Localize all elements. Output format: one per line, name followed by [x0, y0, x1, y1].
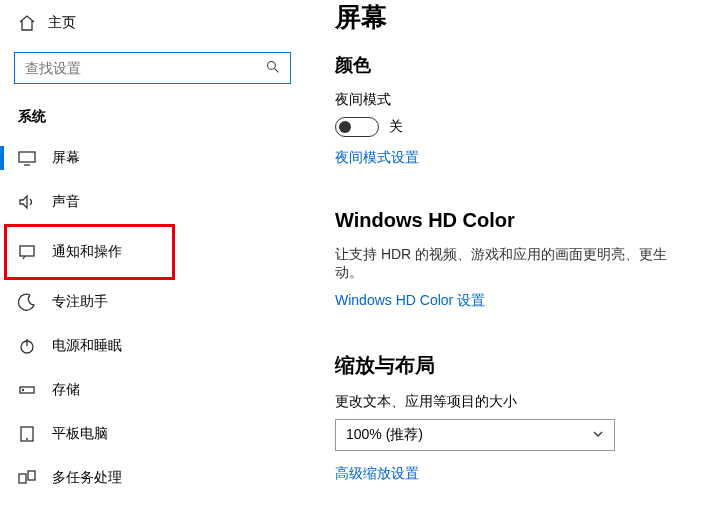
- home-label: 主页: [48, 14, 76, 32]
- sidebar-item-sound[interactable]: 声音: [0, 180, 305, 224]
- sidebar-item-label: 多任务处理: [52, 469, 122, 487]
- night-mode-settings-link[interactable]: 夜间模式设置: [335, 149, 419, 167]
- sidebar-item-power[interactable]: 电源和睡眠: [0, 324, 305, 368]
- sidebar-item-multitask[interactable]: 多任务处理: [0, 456, 305, 500]
- scale-heading: 缩放与布局: [335, 352, 695, 379]
- night-mode-toggle[interactable]: [335, 117, 379, 137]
- night-mode-label: 夜间模式: [335, 91, 695, 109]
- sidebar-item-label: 声音: [52, 193, 80, 211]
- content-pane: 屏幕 颜色 夜间模式 关 夜间模式设置 Windows HD Color 让支持…: [305, 0, 715, 508]
- sidebar-section-title: 系统: [0, 84, 305, 136]
- sidebar-item-focus[interactable]: 专注助手: [0, 280, 305, 324]
- sidebar-item-storage[interactable]: 存储: [0, 368, 305, 412]
- power-icon: [18, 337, 36, 355]
- sidebar-item-notifications[interactable]: 通知和操作: [4, 224, 175, 280]
- sound-icon: [18, 193, 36, 211]
- sidebar-item-display[interactable]: 屏幕: [0, 136, 305, 180]
- monitor-icon: [18, 149, 36, 167]
- scale-select-value: 100% (推荐): [346, 426, 423, 444]
- svg-rect-1: [19, 152, 35, 162]
- tablet-icon: [18, 425, 36, 443]
- search-icon: [266, 60, 280, 77]
- sidebar-item-tablet[interactable]: 平板电脑: [0, 412, 305, 456]
- sidebar-item-label: 存储: [52, 381, 80, 399]
- sidebar-item-label: 平板电脑: [52, 425, 108, 443]
- svg-rect-8: [28, 471, 35, 480]
- svg-point-0: [268, 61, 276, 69]
- svg-rect-2: [20, 246, 34, 256]
- search-input[interactable]: [25, 60, 266, 76]
- hdcolor-link[interactable]: Windows HD Color 设置: [335, 292, 485, 310]
- home-icon: [18, 14, 36, 32]
- multitask-icon: [18, 469, 36, 487]
- scale-label: 更改文本、应用等项目的大小: [335, 393, 695, 411]
- search-box[interactable]: [14, 52, 291, 84]
- hdcolor-heading: Windows HD Color: [335, 209, 695, 232]
- settings-sidebar: 主页 系统 屏幕 声音 通知和操作 专注助手 电源和睡眠: [0, 0, 305, 508]
- storage-icon: [18, 381, 36, 399]
- advanced-scale-link[interactable]: 高级缩放设置: [335, 465, 419, 483]
- sidebar-item-label: 屏幕: [52, 149, 80, 167]
- color-heading: 颜色: [335, 53, 695, 77]
- toggle-state-text: 关: [389, 118, 403, 136]
- notification-icon: [18, 243, 36, 261]
- hdcolor-desc: 让支持 HDR 的视频、游戏和应用的画面更明亮、更生动。: [335, 246, 695, 282]
- svg-rect-7: [19, 474, 26, 483]
- svg-point-5: [23, 390, 24, 391]
- chevron-down-icon: [592, 428, 604, 443]
- page-title: 屏幕: [335, 0, 695, 35]
- sidebar-item-label: 专注助手: [52, 293, 108, 311]
- home-nav[interactable]: 主页: [0, 8, 305, 38]
- sidebar-item-label: 通知和操作: [52, 243, 122, 261]
- moon-icon: [18, 293, 36, 311]
- scale-select[interactable]: 100% (推荐): [335, 419, 615, 451]
- sidebar-item-label: 电源和睡眠: [52, 337, 122, 355]
